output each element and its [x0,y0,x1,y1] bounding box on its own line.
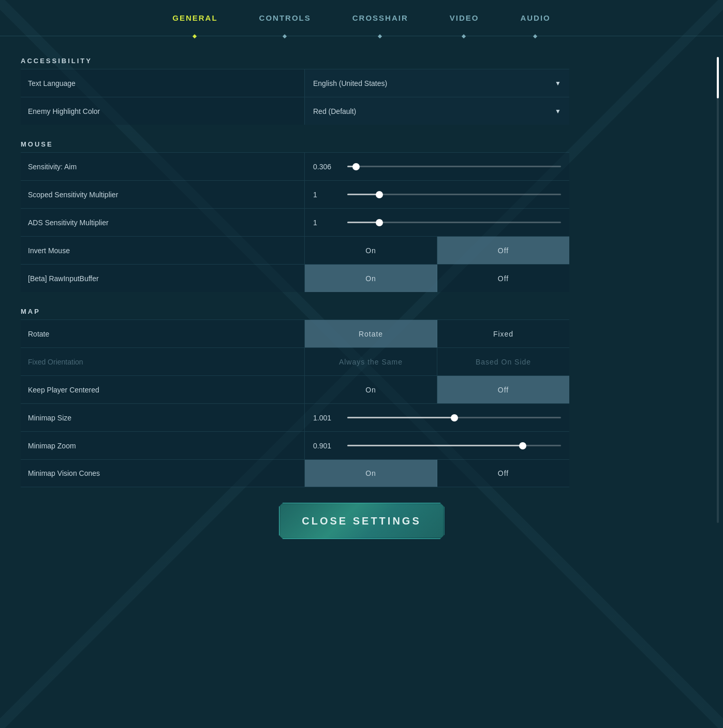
raw-input-label: [Beta] RawInputBuffer [21,274,304,283]
ads-sensitivity-value: 1 [313,219,339,227]
scoped-sensitivity-control: 1 [304,181,569,208]
raw-input-on-btn[interactable]: On [305,265,437,292]
fixed-orientation-control: Always the Same Based On Side [304,348,569,375]
invert-mouse-control: On Off [304,237,569,264]
rotate-rotate-btn[interactable]: Rotate [305,320,437,347]
mouse-section-header: MOUSE [21,140,569,148]
minimap-size-fill [347,417,454,418]
text-language-value: English (United States) [313,79,387,88]
rotate-control: Rotate Fixed [304,320,569,347]
invert-mouse-toggle: On Off [304,237,569,264]
setting-row-minimap-vision: Minimap Vision Cones On Off [21,459,569,487]
scrollbar[interactable] [717,57,719,523]
fixed-orientation-toggle: Always the Same Based On Side [304,348,569,375]
settings-content-area: ACCESSIBILITY Text Language English (Uni… [0,36,723,570]
sensitivity-aim-control: 0.306 [304,153,569,180]
minimap-vision-control: On Off [304,460,569,487]
setting-row-raw-input: [Beta] RawInputBuffer On Off [21,264,569,292]
rotate-label: Rotate [21,330,304,338]
close-settings-label: CLOSE SETTINGS [302,515,421,527]
keep-centered-label: Keep Player Centered [21,386,304,394]
setting-row-sensitivity-aim: Sensitivity: Aim 0.306 [21,152,569,180]
tab-crosshair[interactable]: CROSSHAIR [352,8,408,27]
setting-row-fixed-orientation: Fixed Orientation Always the Same Based … [21,347,569,375]
minimap-zoom-fill [347,445,523,446]
minimap-zoom-value: 0.901 [313,442,339,450]
invert-mouse-label: Invert Mouse [21,246,304,255]
text-language-dropdown[interactable]: English (United States) ▼ [304,69,569,97]
sensitivity-aim-slider[interactable]: 0.306 [304,153,569,180]
enemy-highlight-value: Red (Default) [313,107,356,115]
ads-sensitivity-slider[interactable]: 1 [304,209,569,236]
invert-mouse-on-btn[interactable]: On [305,237,437,264]
fixed-orientation-label: Fixed Orientation [21,358,304,366]
ads-sensitivity-thumb[interactable] [376,219,383,226]
ads-sensitivity-fill [347,222,379,223]
minimap-zoom-track[interactable] [347,445,561,446]
scrollbar-thumb[interactable] [717,57,719,98]
map-section-header: MAP [21,308,569,315]
tab-general[interactable]: GENERAL [172,8,217,27]
enemy-highlight-control: Red (Default) ▼ [304,97,569,125]
dropdown-chevron-icon: ▼ [555,80,561,87]
scoped-sensitivity-slider[interactable]: 1 [304,181,569,208]
enemy-highlight-dropdown[interactable]: Red (Default) ▼ [304,97,569,125]
keep-centered-on-btn[interactable]: On [305,376,437,403]
text-language-label: Text Language [21,79,304,88]
sensitivity-aim-thumb[interactable] [352,163,360,170]
setting-row-rotate: Rotate Rotate Fixed [21,319,569,347]
minimap-size-label: Minimap Size [21,414,304,422]
ads-sensitivity-control: 1 [304,209,569,236]
close-settings-container: CLOSE SETTINGS [21,487,702,560]
setting-row-enemy-highlight: Enemy Highlight Color Red (Default) ▼ [21,97,569,125]
enemy-highlight-label: Enemy Highlight Color [21,107,304,115]
accessibility-section-header: ACCESSIBILITY [21,57,569,65]
settings-nav: GENERAL CONTROLS CROSSHAIR VIDEO AUDIO [0,0,723,36]
invert-mouse-off-btn[interactable]: Off [437,237,569,264]
scoped-sensitivity-value: 1 [313,191,339,199]
minimap-size-slider[interactable]: 1.001 [304,404,569,431]
rotate-fixed-btn[interactable]: Fixed [437,320,569,347]
setting-row-invert-mouse: Invert Mouse On Off [21,236,569,264]
minimap-size-track[interactable] [347,417,561,418]
sensitivity-aim-label: Sensitivity: Aim [21,163,304,171]
minimap-vision-off-btn[interactable]: Off [437,460,569,487]
raw-input-control: On Off [304,265,569,292]
raw-input-off-btn[interactable]: Off [437,265,569,292]
minimap-size-value: 1.001 [313,414,339,422]
scoped-sensitivity-track[interactable] [347,194,561,195]
dropdown-chevron-icon-2: ▼ [555,108,561,115]
fixed-orientation-always-btn[interactable]: Always the Same [305,348,437,375]
keep-centered-off-btn[interactable]: Off [437,376,569,403]
tab-controls[interactable]: CONTROLS [259,8,311,27]
tab-audio[interactable]: AUDIO [520,8,550,27]
minimap-zoom-thumb[interactable] [519,442,526,449]
minimap-vision-toggle: On Off [304,460,569,487]
tab-video[interactable]: VIDEO [450,8,479,27]
ads-sensitivity-label: ADS Sensitivity Multiplier [21,219,304,227]
sensitivity-aim-value: 0.306 [313,163,339,171]
keep-centered-control: On Off [304,376,569,403]
scoped-sensitivity-label: Scoped Sensitivity Multiplier [21,191,304,199]
setting-row-minimap-zoom: Minimap Zoom 0.901 [21,431,569,459]
keep-centered-toggle: On Off [304,376,569,403]
minimap-size-thumb[interactable] [451,414,458,421]
minimap-vision-on-btn[interactable]: On [305,460,437,487]
fixed-orientation-side-btn[interactable]: Based On Side [437,348,569,375]
setting-row-minimap-size: Minimap Size 1.001 [21,403,569,431]
rotate-toggle: Rotate Fixed [304,320,569,347]
minimap-zoom-control: 0.901 [304,432,569,459]
setting-row-ads-sensitivity: ADS Sensitivity Multiplier 1 [21,208,569,236]
setting-row-keep-centered: Keep Player Centered On Off [21,375,569,403]
close-settings-button[interactable]: CLOSE SETTINGS [279,503,445,539]
setting-row-scoped-sensitivity: Scoped Sensitivity Multiplier 1 [21,180,569,208]
setting-row-text-language: Text Language English (United States) ▼ [21,69,569,97]
minimap-vision-label: Minimap Vision Cones [21,469,304,477]
sensitivity-aim-track[interactable] [347,166,561,167]
minimap-zoom-label: Minimap Zoom [21,442,304,450]
text-language-control: English (United States) ▼ [304,69,569,97]
scoped-sensitivity-thumb[interactable] [376,191,383,198]
minimap-zoom-slider[interactable]: 0.901 [304,432,569,459]
minimap-size-control: 1.001 [304,404,569,431]
ads-sensitivity-track[interactable] [347,222,561,223]
